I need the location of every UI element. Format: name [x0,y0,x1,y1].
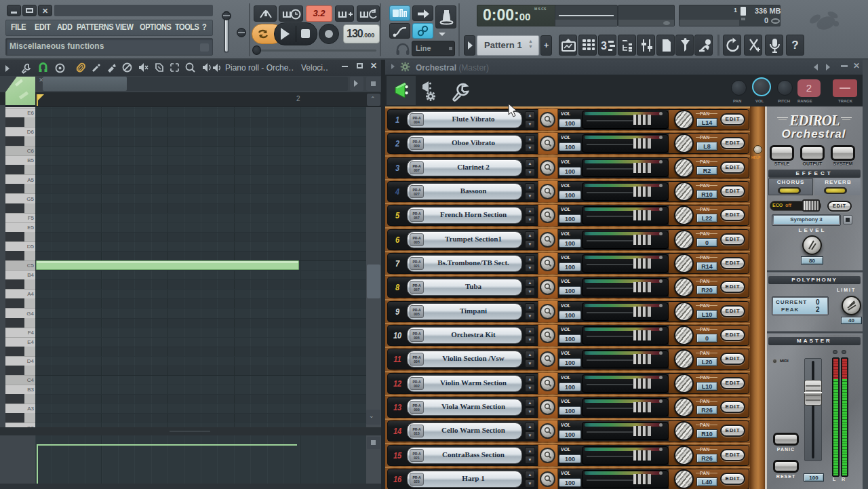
svg-text:3: 3 [601,40,607,52]
